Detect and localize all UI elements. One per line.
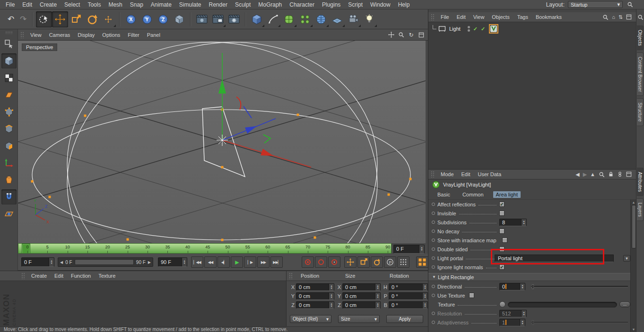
use-texture-checkbox[interactable] — [469, 293, 474, 298]
animation-dot[interactable] — [432, 256, 435, 260]
viewport-menu-cameras[interactable]: Cameras — [45, 32, 74, 38]
animation-dot[interactable] — [432, 238, 435, 242]
attribute-manager-menu-edit[interactable]: Edit — [458, 171, 474, 177]
rotation-h-field[interactable]: 0 °▴▾ — [389, 283, 428, 291]
render-check-icon[interactable]: ✓ — [481, 26, 485, 32]
stepper-down-icon[interactable]: ▾ — [377, 305, 378, 307]
edges-mode-button[interactable] — [1, 121, 17, 136]
stepper-down-icon[interactable]: ▾ — [331, 296, 332, 298]
attribute-manager-menu-user-data[interactable]: User Data — [474, 171, 505, 177]
new-panel-icon[interactable] — [626, 14, 632, 20]
range-end-grip-icon[interactable]: ▶ — [148, 260, 151, 264]
stepper-down-icon[interactable]: ▾ — [522, 287, 523, 289]
enable-snap-button[interactable] — [1, 189, 17, 204]
rotate-view-icon[interactable]: ↻ — [407, 31, 415, 39]
editor-visibility-dot[interactable] — [468, 26, 470, 28]
menu-file[interactable]: File — [2, 1, 18, 8]
stepper-buttons[interactable]: ▴▾ — [329, 284, 334, 290]
pan-view-icon[interactable] — [387, 31, 395, 39]
next-key-button[interactable]: ▶▶ — [257, 256, 270, 268]
lock-x-axis[interactable]: X — [123, 11, 139, 27]
size-z-field[interactable]: 0 cm▴▾ — [342, 301, 381, 309]
coordinate-system-button[interactable] — [171, 11, 187, 27]
history-icon[interactable]: ▲ — [590, 171, 595, 177]
directional-field[interactable]: 0▴▾ — [499, 283, 525, 290]
object-name[interactable]: Light — [448, 26, 462, 32]
add-floor-button[interactable] — [329, 11, 345, 27]
zoom-view-icon[interactable] — [397, 31, 405, 39]
autokeying-button[interactable] — [315, 256, 327, 268]
scroll-down-icon[interactable]: ▼ — [632, 327, 635, 332]
enabled-check-icon[interactable]: ✓ — [473, 26, 478, 32]
position-y-field[interactable]: 0 cm▴▾ — [296, 292, 334, 300]
section-light-rectangle[interactable]: ▼Light Rectangle — [428, 273, 630, 281]
lock-y-axis[interactable]: Y — [139, 11, 155, 27]
animation-dot[interactable] — [432, 212, 435, 215]
stepper-buttons[interactable]: ▴▾ — [182, 258, 187, 266]
viewport-menu-display[interactable]: Display — [74, 32, 98, 38]
stepper-down-icon[interactable]: ▾ — [377, 296, 378, 298]
stepper-buttons[interactable]: ▴▾ — [422, 293, 427, 299]
material-manager-area[interactable] — [0, 281, 286, 326]
timeline-ruler[interactable]: 051015202530354045505560657075808590 — [18, 243, 392, 254]
add-light-button[interactable] — [361, 11, 377, 27]
object-mode-dropdown[interactable]: Object (Rel)▾ — [290, 315, 331, 323]
viewport-menu-filter[interactable]: Filter — [124, 32, 143, 38]
frame-number-field[interactable]: 0 F▴▾ — [393, 245, 425, 254]
material-manager-menu-function[interactable]: Function — [67, 273, 95, 279]
animation-dot[interactable] — [432, 312, 435, 315]
edit-render-settings-button[interactable] — [226, 11, 242, 27]
scrollbar-thumb[interactable] — [632, 205, 636, 248]
viewport-camera-label[interactable]: Perspective — [22, 43, 57, 51]
stepper-down-icon[interactable]: ▾ — [522, 323, 523, 325]
menu-sculpt[interactable]: Sculpt — [231, 1, 254, 8]
menu-select[interactable]: Select — [61, 1, 84, 8]
panel-tab-attributes[interactable]: Attributes — [637, 168, 644, 196]
panel-grip[interactable] — [289, 272, 293, 279]
panel-grip[interactable] — [20, 32, 24, 38]
stepper-buttons[interactable]: ▴▾ — [521, 219, 526, 226]
menu-snap[interactable]: Snap — [126, 1, 147, 8]
stepper-buttons[interactable]: ▴▾ — [422, 284, 427, 290]
back-icon[interactable]: ◀ — [575, 171, 579, 178]
menu-edit[interactable]: Edit — [18, 1, 36, 8]
material-manager-menu-edit[interactable]: Edit — [51, 273, 67, 279]
forward-icon[interactable]: ▶ — [583, 171, 587, 178]
stepper-down-icon[interactable]: ▾ — [331, 305, 332, 307]
menu-tools[interactable]: Tools — [84, 1, 104, 8]
tab-basic[interactable]: Basic — [435, 191, 453, 198]
tab-common[interactable]: Common — [460, 191, 487, 198]
animation-dot[interactable] — [432, 294, 435, 297]
stepper-down-icon[interactable]: ▾ — [421, 249, 422, 251]
stepper-down-icon[interactable]: ▾ — [424, 287, 426, 289]
render-to-picture-viewer-button[interactable] — [210, 11, 226, 27]
animation-dot[interactable] — [432, 247, 435, 251]
menu-mesh[interactable]: Mesh — [104, 1, 126, 8]
texture-path-field[interactable] — [508, 302, 617, 307]
add-cube-button[interactable] — [249, 11, 265, 27]
attribute-manager-menu-mode[interactable]: Mode — [437, 171, 458, 177]
menu-animate[interactable]: Animate — [147, 1, 175, 8]
range-start-grip-icon[interactable]: ◀ — [60, 260, 63, 264]
render-view-button[interactable] — [194, 11, 210, 27]
move-tool[interactable] — [52, 11, 68, 27]
material-manager-menu-texture[interactable]: Texture — [95, 273, 119, 279]
stepper-down-icon[interactable]: ▾ — [523, 314, 524, 316]
size-x-field[interactable]: 0 cm▴▾ — [342, 283, 381, 291]
panel-tab-layers[interactable]: Layers — [637, 198, 644, 221]
model-mode-button[interactable] — [1, 53, 17, 68]
visibility-dots[interactable] — [468, 26, 470, 32]
add-subdivision-surface-button[interactable] — [281, 11, 297, 27]
adaptiveness-field[interactable]: 1▴▾ — [499, 319, 525, 326]
rotate-tool[interactable] — [84, 11, 100, 27]
home-icon[interactable]: ⌂ — [612, 14, 615, 20]
polygons-mode-button[interactable] — [1, 138, 17, 153]
panel-tab-content-browser[interactable]: Content Browser — [637, 52, 644, 96]
stepper-buttons[interactable]: ▴▾ — [329, 302, 334, 308]
live-selection-tool[interactable] — [36, 11, 52, 27]
menu-script[interactable]: Script — [344, 1, 366, 8]
object-manager-menu-bookmarks[interactable]: Bookmarks — [532, 14, 566, 20]
panel-grip[interactable] — [431, 171, 435, 178]
material-manager-menu-create[interactable]: Create — [27, 273, 51, 279]
record-parameter-button[interactable]: P — [384, 256, 396, 268]
